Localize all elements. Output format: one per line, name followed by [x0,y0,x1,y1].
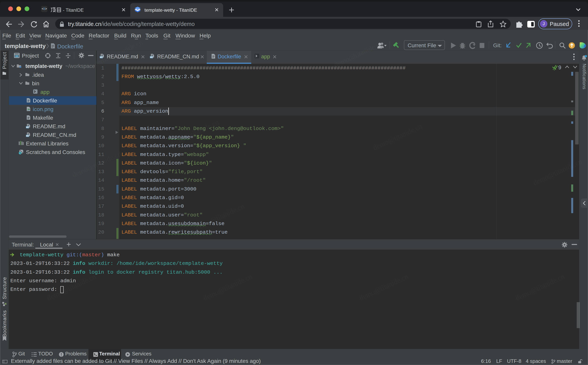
svg-text:MD: MD [26,135,29,137]
svg-text:MD: MD [150,56,153,58]
svg-text:MD: MD [26,126,29,128]
